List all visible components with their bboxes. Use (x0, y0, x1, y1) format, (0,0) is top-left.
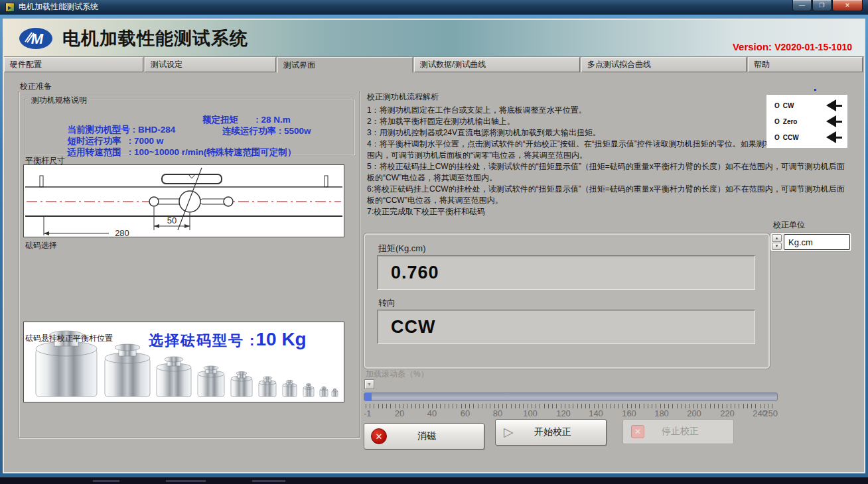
maximize-icon[interactable]: ❐ (812, 0, 832, 11)
weight-select-title: 砝码选择 (25, 240, 57, 251)
tick-label: 140 (589, 408, 603, 418)
tick-label: 160 (622, 408, 636, 418)
calibration-unit-value[interactable]: Kg.cm (784, 234, 850, 250)
slider-ticks (366, 404, 776, 408)
step-5: 5：将校正砝码挂上CW的挂栓处，读测试软件的“扭矩显示值”（扭矩=砝码的重量x平… (367, 161, 847, 184)
start-calibration-label: 开始校正 (517, 426, 589, 438)
radio-icon: O (774, 134, 780, 141)
spec-row-2: 短时运行功率 : 7000 w 连续运行功率 : 5500w (33, 125, 351, 137)
dyno-spec-group: 测功机规格说明 当前测功机型号 : BHD-284 额定扭矩 : 28 N.m … (24, 99, 354, 154)
rotation-label: 转向 (378, 297, 396, 309)
spec-row-3: 适用转速范围 : 100~10000 r/min(特殊转速范围可定制） (33, 137, 351, 148)
radio-icon: O (774, 118, 780, 125)
tick-label: 200 (687, 408, 701, 418)
version-label: Version: (733, 41, 772, 52)
tick-label: 220 (720, 408, 735, 418)
load-slider[interactable]: ▼ -1 20 40 60 80 100 120 140 160 180 200… (364, 379, 778, 419)
cursor-dot (814, 89, 816, 91)
test-interface-panel: 校正准备 测功机规格说明 当前测功机型号 : BHD-284 额定扭矩 : 28… (4, 73, 864, 472)
tick-label: -1 (364, 408, 372, 418)
tick-label: 40 (427, 408, 437, 418)
torque-display: 0.760 (377, 255, 755, 290)
version-text: Version: V2020-01-15-1010 (733, 41, 852, 52)
taskbar-strip (0, 477, 868, 484)
stop-icon: ✕ (631, 425, 644, 438)
close-icon[interactable]: ✕ (832, 0, 863, 11)
start-calibration-button[interactable]: ▷ 开始校正 (495, 419, 607, 446)
start-icon: ▷ (504, 426, 517, 439)
title-bar[interactable]: 电机加载性能测试系统 — ❐ ✕ (0, 0, 868, 15)
window-title: 电机加载性能测试系统 (19, 1, 98, 13)
page-title: 电机加载性能测试系统 (62, 27, 248, 50)
tab-multipoint-fit-curve[interactable]: 多点测试拟合曲线 (581, 57, 747, 72)
dim-50: 50 (167, 215, 177, 225)
demagnetize-button[interactable]: ✕ 消磁 (364, 423, 484, 450)
direction-indicator: O CW O Zero O CCW (766, 95, 847, 148)
tick-label: 20 (395, 408, 404, 418)
stop-calibration-label: 停止校正 (644, 426, 716, 438)
spinner-down-icon[interactable]: ▼ (772, 243, 782, 251)
radio-icon: O (774, 102, 780, 109)
app-icon (5, 3, 15, 12)
application-window: 电机加载性能测试系统 — ❐ ✕ M 电机加载性能测试系统 Version: V… (0, 0, 868, 484)
tick-label: 250 (763, 408, 778, 418)
tick-label: 80 (493, 408, 502, 418)
balance-rod-diagram: 50 280 (23, 164, 344, 237)
indicator-row-cw: O CW (774, 98, 842, 113)
rotation-value: CCW (378, 317, 435, 337)
calibration-unit-control[interactable]: ▲ ▼ Kg.cm (770, 232, 852, 252)
tab-hardware-config[interactable]: 硬件配置 (4, 57, 143, 72)
dim-280: 280 (115, 228, 129, 237)
tab-test-settings[interactable]: 测试设定 (145, 57, 276, 72)
header: M 电机加载性能测试系统 Version: V2020-01-15-1010 (4, 20, 864, 57)
arrow-left-icon (826, 99, 842, 111)
hang-position-title: 砝码悬挂校正平衡杆位置 (25, 333, 113, 344)
tick-label: 120 (556, 408, 571, 418)
version-value: V2020-01-15-1010 (774, 42, 852, 52)
spec-row-1: 当前测功机型号 : BHD-284 额定扭矩 : 28 N.m (33, 114, 351, 125)
tab-help[interactable]: 帮助 (748, 57, 863, 72)
slider-track[interactable] (364, 393, 778, 401)
demagnetize-icon: ✕ (371, 428, 387, 444)
slider-handle[interactable]: ▼ (364, 379, 374, 389)
torque-label: 扭矩(Kg.cm) (378, 243, 426, 255)
arrow-left-icon (826, 131, 842, 143)
dyno-spec-title: 测功机规格说明 (29, 95, 90, 106)
tick-label: 180 (654, 408, 669, 418)
tick-label: 60 (461, 408, 470, 418)
spinner-up-icon[interactable]: ▲ (772, 234, 782, 242)
rotation-display: CCW (377, 310, 755, 344)
measurement-group: 扭矩(Kg.cm) 0.760 转向 CCW (364, 233, 770, 369)
load-slider-label: 加载滚动条（%） (366, 369, 429, 380)
stop-calibration-button[interactable]: ✕ 停止校正 (622, 419, 734, 444)
tab-test-data-curves[interactable]: 测试数据/测试曲线 (414, 57, 580, 72)
calibration-unit-label: 校正单位 (773, 219, 805, 231)
demagnetize-button-label: 消磁 (387, 430, 467, 442)
flow-analysis-title: 校正测功机流程解析 (367, 91, 439, 103)
tick-label: 100 (523, 408, 538, 418)
indicator-row-ccw: O CCW (774, 130, 842, 145)
minimize-icon[interactable]: — (792, 0, 812, 11)
weight-model-label: 选择砝码型号 : (149, 332, 255, 349)
torque-value: 0.760 (378, 263, 439, 283)
arrow-left-icon (826, 115, 842, 127)
weight-model-caption: 选择砝码型号 :10 Kg (149, 329, 307, 351)
svg-text:M: M (31, 30, 44, 47)
brand-logo: M (19, 27, 53, 50)
window-frame: M 电机加载性能测试系统 Version: V2020-01-15-1010 硬… (0, 15, 868, 477)
step-7: 7:校正完成取下校正平衡杆和砝码 (367, 206, 847, 217)
step-6: 6:将校正砝码挂上CCW的挂栓处，读测试软件的“扭矩显示值”（扭矩=砝码的重量x… (367, 184, 847, 206)
weight-model-value: 10 Kg (255, 329, 306, 349)
tab-bar: 硬件配置 测试设定 测试界面 测试数据/测试曲线 多点测试拟合曲线 帮助 (4, 57, 864, 73)
slider-fill (364, 393, 372, 401)
tab-test-interface[interactable]: 测试界面 (277, 57, 413, 73)
indicator-row-zero: O Zero (774, 114, 842, 129)
